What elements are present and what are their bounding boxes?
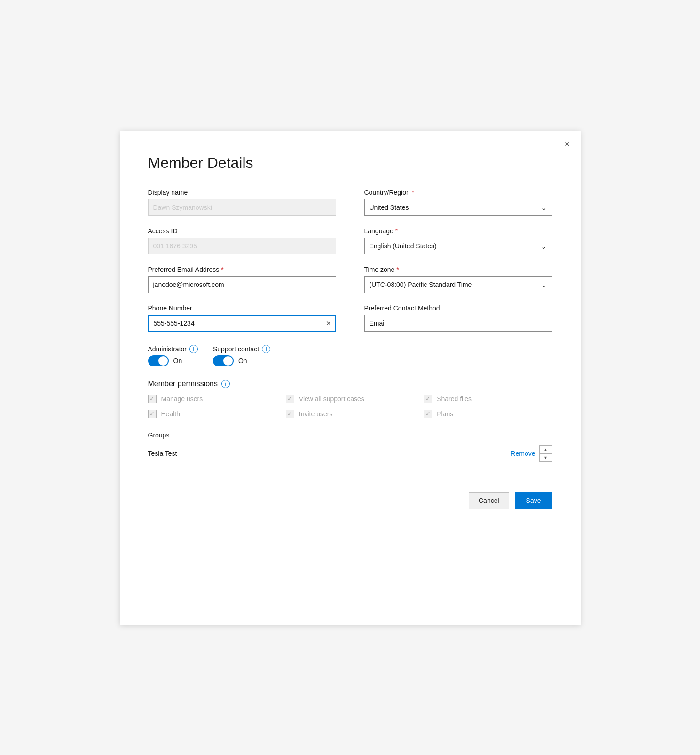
access-id-input[interactable] bbox=[148, 238, 336, 254]
email-input[interactable] bbox=[148, 276, 336, 293]
checkbox-check-icon: ✓ bbox=[287, 396, 292, 402]
email-label: Preferred Email Address * bbox=[148, 266, 336, 273]
phone-clear-button[interactable]: ✕ bbox=[326, 320, 331, 326]
group-row: Tesla Test Remove ▲ ▼ bbox=[148, 444, 552, 464]
email-required: * bbox=[221, 266, 223, 273]
support-toggle-state: On bbox=[238, 357, 247, 365]
close-button[interactable]: × bbox=[565, 139, 570, 149]
permission-item: ✓ View all support cases bbox=[286, 395, 414, 403]
phone-input[interactable] bbox=[148, 315, 336, 332]
contact-method-group: Preferred Contact Method bbox=[364, 304, 552, 332]
access-id-label: Access ID bbox=[148, 227, 336, 235]
form-grid: Display name Country/Region * United Sta… bbox=[148, 189, 552, 332]
up-down-buttons: ▲ ▼ bbox=[539, 445, 552, 462]
phone-group: Phone Number ✕ bbox=[148, 304, 336, 332]
permission-label: Plans bbox=[437, 410, 453, 418]
admin-toggle-on-row: On bbox=[148, 355, 198, 366]
timezone-label: Time zone * bbox=[364, 266, 552, 273]
checkbox-check-icon: ✓ bbox=[287, 411, 292, 417]
permission-checkbox[interactable]: ✓ bbox=[286, 410, 294, 418]
support-info-icon[interactable]: i bbox=[262, 345, 270, 353]
permissions-section: Member permissions i ✓ Manage users ✓ Vi… bbox=[148, 380, 552, 418]
permission-item: ✓ Manage users bbox=[148, 395, 276, 403]
admin-toggle-switch[interactable] bbox=[148, 355, 169, 366]
permission-checkbox[interactable]: ✓ bbox=[148, 410, 157, 418]
permission-label: View all support cases bbox=[299, 395, 364, 403]
support-toggle-group: Support contact i On bbox=[213, 345, 270, 366]
groups-title: Groups bbox=[148, 431, 552, 439]
checkbox-check-icon: ✓ bbox=[149, 396, 155, 402]
group-name: Tesla Test bbox=[148, 450, 177, 457]
admin-toggle-group: Administrator i On bbox=[148, 345, 198, 366]
cancel-button[interactable]: Cancel bbox=[469, 492, 509, 509]
permission-item: ✓ Shared files bbox=[424, 395, 552, 403]
move-down-button[interactable]: ▼ bbox=[540, 454, 552, 461]
support-toggle-on-row: On bbox=[213, 355, 270, 366]
member-details-dialog: × Member Details Display name Country/Re… bbox=[120, 131, 581, 625]
permission-checkbox[interactable]: ✓ bbox=[424, 395, 432, 403]
support-toggle-switch[interactable] bbox=[213, 355, 234, 366]
language-required: * bbox=[395, 227, 398, 235]
timezone-select[interactable]: (UTC-08:00) Pacific Standard Time bbox=[364, 276, 552, 293]
toggle-row: Administrator i On Support contact i On bbox=[148, 345, 552, 366]
permissions-grid: ✓ Manage users ✓ View all support cases … bbox=[148, 395, 552, 418]
remove-group-button[interactable]: Remove bbox=[511, 450, 535, 457]
display-name-group: Display name bbox=[148, 189, 336, 216]
timezone-select-wrapper: (UTC-08:00) Pacific Standard Time ⌄ bbox=[364, 276, 552, 293]
checkbox-check-icon: ✓ bbox=[425, 411, 431, 417]
dialog-footer: Cancel Save bbox=[148, 483, 552, 509]
admin-info-icon[interactable]: i bbox=[189, 345, 198, 353]
permission-checkbox[interactable]: ✓ bbox=[148, 395, 157, 403]
language-select[interactable]: English (United States) bbox=[364, 238, 552, 254]
permission-item: ✓ Health bbox=[148, 410, 276, 418]
country-select-wrapper: United States ⌄ bbox=[364, 199, 552, 216]
save-button[interactable]: Save bbox=[515, 492, 552, 509]
checkbox-check-icon: ✓ bbox=[425, 396, 431, 402]
support-label: Support contact i bbox=[213, 345, 270, 353]
permissions-info-icon[interactable]: i bbox=[221, 380, 230, 388]
timezone-required: * bbox=[396, 266, 399, 273]
permission-item: ✓ Plans bbox=[424, 410, 552, 418]
permission-checkbox[interactable]: ✓ bbox=[424, 410, 432, 418]
permission-label: Shared files bbox=[437, 395, 472, 403]
language-select-wrapper: English (United States) ⌄ bbox=[364, 238, 552, 254]
contact-method-input[interactable] bbox=[364, 315, 552, 332]
access-id-group: Access ID bbox=[148, 227, 336, 254]
phone-input-wrapper: ✕ bbox=[148, 315, 336, 332]
display-name-input[interactable] bbox=[148, 199, 336, 216]
permissions-title: Member permissions i bbox=[148, 380, 552, 388]
toggles-section: Administrator i On Support contact i On bbox=[148, 345, 552, 366]
display-name-label: Display name bbox=[148, 189, 336, 196]
groups-section: Groups Tesla Test Remove ▲ ▼ bbox=[148, 431, 552, 464]
group-actions: Remove ▲ ▼ bbox=[511, 445, 552, 462]
page-title: Member Details bbox=[148, 154, 552, 172]
permission-item: ✓ Invite users bbox=[286, 410, 414, 418]
country-select[interactable]: United States bbox=[364, 199, 552, 216]
language-label: Language * bbox=[364, 227, 552, 235]
timezone-group: Time zone * (UTC-08:00) Pacific Standard… bbox=[364, 266, 552, 293]
permission-label: Health bbox=[161, 410, 180, 418]
admin-toggle-state: On bbox=[173, 357, 182, 365]
email-group: Preferred Email Address * bbox=[148, 266, 336, 293]
permission-label: Invite users bbox=[299, 410, 333, 418]
language-group: Language * English (United States) ⌄ bbox=[364, 227, 552, 254]
admin-label: Administrator i bbox=[148, 345, 198, 353]
phone-label: Phone Number bbox=[148, 304, 336, 312]
move-up-button[interactable]: ▲ bbox=[540, 446, 552, 453]
country-group: Country/Region * United States ⌄ bbox=[364, 189, 552, 216]
country-required: * bbox=[412, 189, 414, 196]
permission-checkbox[interactable]: ✓ bbox=[286, 395, 294, 403]
checkbox-check-icon: ✓ bbox=[149, 411, 155, 417]
contact-method-label: Preferred Contact Method bbox=[364, 304, 552, 312]
country-label: Country/Region * bbox=[364, 189, 552, 196]
permission-label: Manage users bbox=[161, 395, 203, 403]
groups-list: Tesla Test Remove ▲ ▼ bbox=[148, 444, 552, 464]
